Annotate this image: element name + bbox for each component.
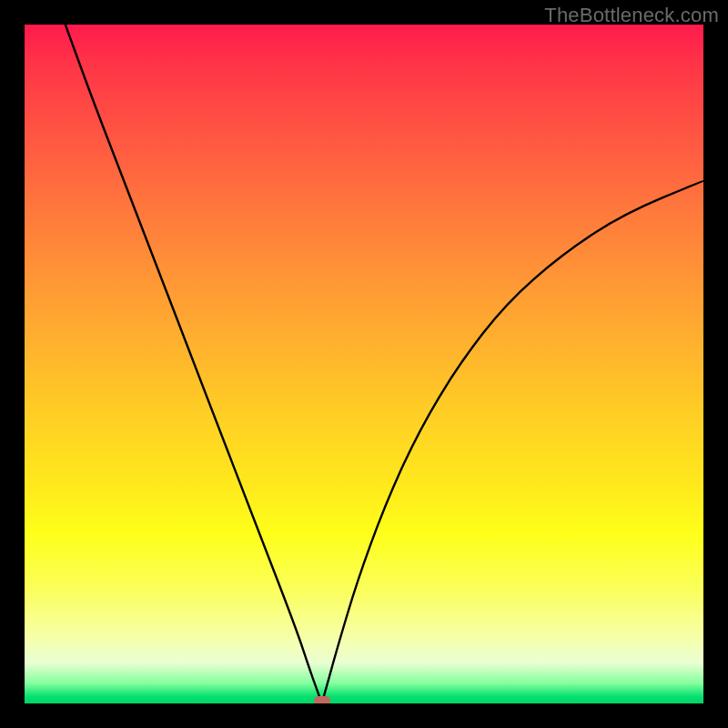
site-watermark: TheBottleneck.com	[544, 4, 719, 27]
plot-frame	[25, 25, 703, 703]
minimum-marker	[314, 696, 330, 703]
bottleneck-curve	[25, 25, 703, 703]
